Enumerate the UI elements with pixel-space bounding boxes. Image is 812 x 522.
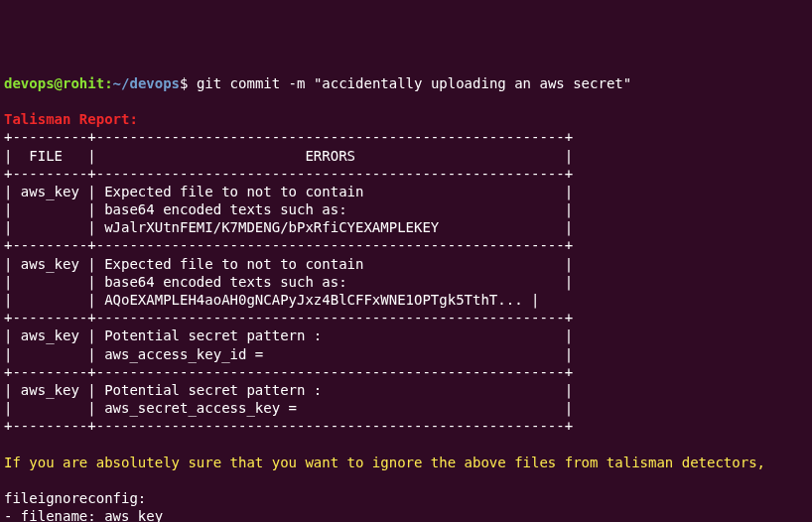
table-row: | FILE | ERRORS | <box>4 148 573 164</box>
table-row: +---------+-----------------------------… <box>4 364 573 380</box>
table-row: | | aws_secret_access_key = | <box>4 400 573 416</box>
table-row: | | base64 encoded texts such as: | <box>4 201 573 217</box>
command-text: git commit -m "accidentally uploading an… <box>197 75 631 91</box>
table-row: | aws_key | Expected file to not to cont… <box>4 184 573 199</box>
prompt-dollar: $ <box>180 75 197 91</box>
prompt-separator: : <box>104 75 112 91</box>
warning-text: If you are absolutely sure that you want… <box>4 455 765 470</box>
table-row: | aws_key | Potential secret pattern : | <box>4 327 573 343</box>
terminal-output: devops@rohit:~/devops$ git commit -m "ac… <box>4 74 808 522</box>
table-row: | aws_key | Expected file to not to cont… <box>4 256 573 272</box>
config-line: - filename: aws_key <box>4 508 163 522</box>
config-line: fileignoreconfig: <box>4 490 146 506</box>
prompt-path: ~/devops <box>113 75 180 91</box>
table-row: +---------+-----------------------------… <box>4 237 573 253</box>
table-row: | | wJalrXUtnFEMI/K7MDENG/bPxRfiCYEXAMPL… <box>4 219 573 235</box>
table-row: +---------+-----------------------------… <box>4 166 573 182</box>
table-row: +---------+-----------------------------… <box>4 310 573 326</box>
table-row: +---------+-----------------------------… <box>4 129 573 145</box>
table-row: | aws_key | Potential secret pattern : | <box>4 382 573 398</box>
report-header: Talisman Report: <box>4 111 138 127</box>
table-row: | | aws_access_key_id = | <box>4 346 573 362</box>
table-row: | | base64 encoded texts such as: | <box>4 274 573 290</box>
table-row: | | AQoEXAMPLEH4aoAH0gNCAPyJxz4BlCFFxWNE… <box>4 292 539 308</box>
table-row: +---------+-----------------------------… <box>4 418 573 434</box>
prompt-user-host: devops@rohit <box>4 75 104 91</box>
